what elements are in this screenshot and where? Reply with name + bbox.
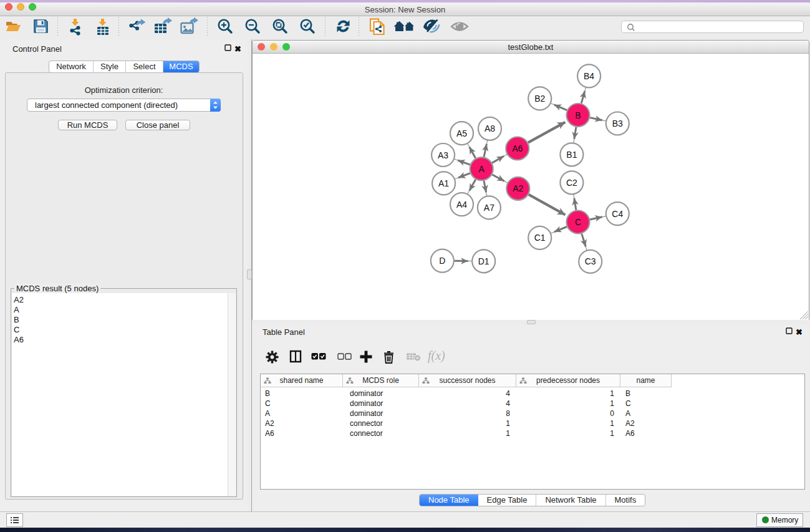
svg-text:A6: A6 bbox=[512, 143, 523, 153]
svg-text:B2: B2 bbox=[534, 94, 545, 104]
svg-text:C: C bbox=[575, 217, 581, 227]
svg-text:A2: A2 bbox=[513, 183, 523, 193]
svg-text:A1: A1 bbox=[438, 178, 449, 188]
svg-text:B4: B4 bbox=[584, 71, 594, 81]
svg-text:B: B bbox=[575, 110, 581, 120]
svg-text:C1: C1 bbox=[534, 233, 546, 243]
svg-text:A8: A8 bbox=[485, 123, 495, 133]
svg-text:A5: A5 bbox=[456, 128, 467, 138]
svg-text:B1: B1 bbox=[566, 150, 577, 160]
svg-text:C2: C2 bbox=[566, 178, 577, 188]
svg-text:B3: B3 bbox=[612, 118, 623, 128]
svg-text:A4: A4 bbox=[456, 200, 467, 210]
svg-text:A: A bbox=[479, 164, 485, 174]
svg-text:C3: C3 bbox=[585, 256, 596, 266]
svg-text:A7: A7 bbox=[484, 203, 494, 213]
svg-text:A3: A3 bbox=[438, 150, 448, 160]
svg-text:C4: C4 bbox=[612, 209, 623, 219]
svg-text:D: D bbox=[439, 256, 445, 266]
svg-text:D1: D1 bbox=[478, 256, 489, 266]
